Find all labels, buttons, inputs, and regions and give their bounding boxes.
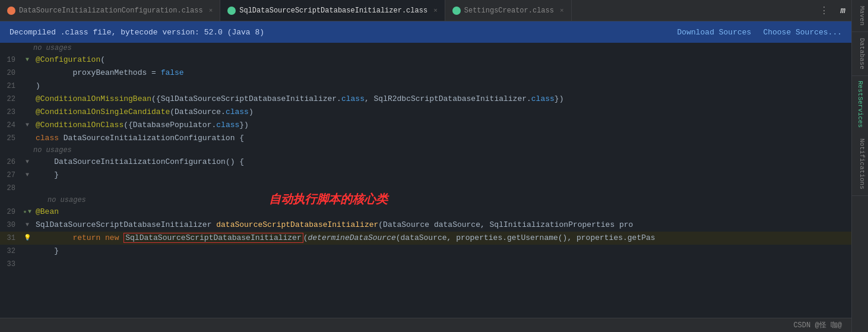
gutter-icon-29a: ★	[23, 205, 27, 219]
line-content-21: )	[33, 80, 840, 93]
gutter-24: ▼	[21, 119, 33, 132]
line-num-22: 22	[0, 93, 21, 106]
line-num-25: 25	[0, 132, 21, 145]
tab-close-2[interactable]: ×	[433, 7, 438, 14]
tab-label-2: SqlDataSourceScriptDatabaseInitializer.c…	[239, 7, 427, 15]
code-line-31: 31 💡 return new SqlDataSourceScriptDatab…	[0, 232, 851, 245]
sidebar-label-notifications[interactable]: Notifications	[852, 132, 868, 196]
line-num-23: 23	[0, 106, 21, 119]
gutter-29: ★ ▼	[21, 205, 33, 219]
status-bar: CSDN @怪 咖@	[0, 318, 851, 332]
info-bar: Decompiled .class file, bytecode version…	[0, 21, 851, 43]
no-usages-2: no usages	[0, 145, 851, 156]
gutter-30: ▼	[21, 219, 33, 232]
tab-sqldatasource[interactable]: SqlDataSourceScriptDatabaseInitializer.c…	[220, 0, 445, 21]
tab-label-1: DataSourceInitializationConfiguration.cl…	[19, 7, 203, 15]
fold-icon-26[interactable]: ▼	[26, 156, 29, 169]
code-line-32: 32 }	[0, 245, 851, 258]
no-usages-3: no usages 自动执行脚本的核心类	[0, 195, 851, 205]
fold-icon-24[interactable]: ▼	[26, 119, 29, 132]
line-content-25: class DataSourceInitializationConfigurat…	[33, 132, 840, 145]
tab-label-3: SettingsCreator.class	[464, 7, 554, 15]
tab-m-label: m	[835, 6, 851, 15]
code-line-27: 27 ▼ }	[0, 169, 851, 182]
code-line-19: 19 ▼ @Configuration(	[0, 53, 851, 67]
code-line-22: 22 @ConditionalOnMissingBean({SqlDataSou…	[0, 93, 851, 106]
line-content-24: @ConditionalOnClass({DatabasePopulator.c…	[33, 119, 840, 132]
line-num-26: 26	[0, 156, 21, 169]
gutter-31: 💡	[21, 232, 33, 245]
sidebar-icon-restservices[interactable]: RestServices	[854, 76, 866, 132]
fold-icon-30[interactable]: ▼	[26, 219, 29, 232]
line-content-20: proxyBeanMethods = false	[33, 67, 840, 80]
line-num-29: 29	[0, 205, 21, 219]
code-area: no usages 19 ▼ @Configuration( 20 proxyB…	[0, 43, 851, 318]
line-num-21: 21	[0, 80, 21, 93]
code-line-30: 30 ▼ SqlDataSourceScriptDatabaseInitiali…	[0, 219, 851, 232]
line-content-23: @ConditionalOnSingleCandidate(DataSource…	[33, 106, 840, 119]
line-content-32: }	[33, 245, 840, 258]
tab-bar: DataSourceInitializationConfiguration.cl…	[0, 0, 851, 21]
line-content-19: @Configuration(	[33, 53, 840, 67]
line-num-20: 20	[0, 67, 21, 80]
code-lines: no usages 19 ▼ @Configuration( 20 proxyB…	[0, 43, 851, 318]
line-num-19: 19	[0, 53, 21, 67]
gutter-19: ▼	[21, 53, 33, 67]
tab-more-button[interactable]: ⋮	[813, 5, 835, 17]
line-num-30: 30	[0, 219, 21, 232]
choose-sources-link[interactable]: Choose Sources...	[763, 28, 842, 37]
sidebar-label-database[interactable]: Database	[852, 32, 868, 76]
tab-icon-teal-2	[452, 7, 461, 15]
line-content-31: return new SqlDataSourceScriptDatabaseIn…	[33, 232, 840, 245]
info-bar-text: Decompiled .class file, bytecode version…	[9, 28, 264, 37]
gutter-icon-29b: ▼	[28, 205, 31, 219]
gutter-icon-31: 💡	[24, 232, 31, 245]
line-num-33: 33	[0, 258, 21, 271]
line-num-32: 32	[0, 245, 21, 258]
code-line-24: 24 ▼ @ConditionalOnClass({DatabasePopula…	[0, 119, 851, 132]
tab-icon-teal-1	[227, 7, 236, 15]
tab-close-1[interactable]: ×	[209, 7, 213, 14]
line-num-31: 31	[0, 232, 21, 245]
line-num-28: 28	[0, 182, 21, 195]
tab-settingscreator[interactable]: SettingsCreator.class ×	[445, 0, 572, 21]
code-line-26: 26 ▼ DataSourceInitializationConfigurati…	[0, 156, 851, 169]
gutter-27: ▼	[21, 169, 33, 182]
code-line-21: 21 )	[0, 80, 851, 93]
line-content-27: }	[33, 169, 840, 182]
code-line-33: 33	[0, 258, 851, 271]
code-line-29: 29 ★ ▼ @Bean	[0, 205, 851, 219]
line-content-26: DataSourceInitializationConfiguration() …	[33, 156, 840, 169]
line-num-27: 27	[0, 169, 21, 182]
highlighted-class-ref: SqlDataSourceScriptDatabaseInitializer	[123, 233, 303, 243]
fold-icon-27[interactable]: ▼	[26, 169, 29, 182]
code-line-23: 23 @ConditionalOnSingleCandidate(DataSou…	[0, 106, 851, 119]
tab-datasource[interactable]: DataSourceInitializationConfiguration.cl…	[0, 0, 220, 21]
info-bar-links: Download Sources Choose Sources...	[677, 28, 842, 37]
line-num-24: 24	[0, 119, 21, 132]
gutter-icon-19: ▼	[26, 53, 29, 67]
no-usages-1: no usages	[0, 43, 851, 53]
gutter-26: ▼	[21, 156, 33, 169]
line-content-22: @ConditionalOnMissingBean({SqlDataSource…	[33, 93, 840, 106]
sidebar-label-maven[interactable]: Maven	[852, 0, 868, 32]
code-line-25: 25 class DataSourceInitializationConfigu…	[0, 132, 851, 145]
code-line-20: 20 proxyBeanMethods = false	[0, 67, 851, 80]
line-content-29: @Bean	[33, 205, 840, 219]
status-bar-text: CSDN @怪 咖@	[793, 320, 842, 330]
line-content-30: SqlDataSourceScriptDatabaseInitializer d…	[33, 219, 840, 232]
tab-icon-orange	[7, 7, 15, 15]
tab-close-3[interactable]: ×	[560, 7, 564, 14]
right-sidebar: Maven Database RestServices Notification…	[851, 0, 868, 332]
code-line-28: 28	[0, 182, 851, 195]
download-sources-link[interactable]: Download Sources	[677, 28, 752, 37]
